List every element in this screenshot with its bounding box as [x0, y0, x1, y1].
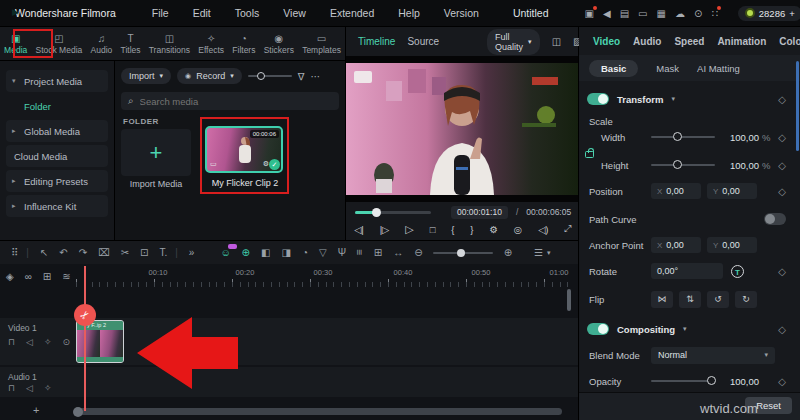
opacity-value[interactable]: 100,00 — [725, 376, 759, 387]
undo-icon[interactable]: ↶ — [59, 247, 67, 258]
more-tools-icon[interactable]: » — [189, 247, 195, 258]
height-value[interactable]: 100,00 — [725, 160, 759, 171]
search-input[interactable] — [140, 96, 310, 107]
tab-titles[interactable]: T Titles — [116, 32, 144, 55]
track-mute-icon[interactable]: ◁ — [26, 383, 33, 393]
play-button[interactable]: ▷ — [405, 223, 413, 236]
current-timecode[interactable]: 00:00:01:10 — [451, 206, 508, 219]
import-button[interactable]: Import ▾ — [121, 68, 171, 84]
audio-track[interactable]: Audio 1 ⊓ ◁ ✧ — [0, 367, 578, 397]
track-lock-icon[interactable]: ⊓ — [8, 383, 15, 393]
rotate-field[interactable]: 0,00° — [651, 263, 723, 279]
mark-out-button[interactable]: } — [470, 224, 473, 235]
menu-edit[interactable]: Edit — [181, 7, 223, 19]
compositing-keyframe-icon[interactable]: ◇ — [778, 324, 786, 335]
tab-video[interactable]: Video — [593, 36, 620, 47]
opacity-keyframe-icon[interactable]: ◇ — [778, 376, 786, 387]
tree-item-influence-kit[interactable]: ▸ Influence Kit — [6, 195, 108, 217]
support-headset-icon[interactable]: ⊙ — [694, 8, 702, 19]
voiceover-mic-icon[interactable]: Ψ — [338, 247, 346, 258]
subtab-basic[interactable]: Basic — [589, 60, 638, 77]
snapshot-icon[interactable]: ◎ — [514, 224, 522, 235]
fit-timeline-icon[interactable]: ↔ — [393, 247, 403, 258]
tab-media[interactable]: ▣ Media — [0, 32, 31, 55]
rotate-cw-button[interactable]: ↻ — [735, 291, 757, 308]
tab-stock-media[interactable]: ◰ Stock Media — [31, 32, 86, 55]
track-wand-icon[interactable]: ✧ — [44, 383, 52, 393]
path-curve-toggle[interactable] — [764, 213, 786, 225]
blend-mode-select[interactable]: Normal ▾ — [651, 347, 775, 364]
tree-item-editing-presets[interactable]: ▸ Editing Presets — [6, 170, 108, 192]
tab-audio[interactable]: ♫ Audio — [86, 32, 116, 55]
gift-icon[interactable]: ▣ — [585, 8, 594, 19]
position-keyframe-icon[interactable]: ◇ — [778, 186, 786, 197]
menu-tools[interactable]: Tools — [223, 7, 272, 19]
cutout-icon[interactable]: ◔ — [302, 247, 308, 258]
compositing-toggle[interactable] — [587, 323, 609, 335]
volume-icon[interactable]: ◁) — [538, 224, 548, 235]
thumbnail-size-slider[interactable] — [248, 75, 292, 77]
megaphone-icon[interactable]: ◀ — [603, 8, 611, 19]
cloud-upload-icon[interactable]: ☁ — [675, 8, 685, 19]
menu-extended[interactable]: Extended — [318, 7, 386, 19]
tab-templates[interactable]: ▭ Templates — [298, 32, 345, 55]
timeline-vertical-scrollbar[interactable] — [567, 289, 571, 311]
position-x-field[interactable]: X 0,00 — [651, 183, 701, 199]
tab-color[interactable]: Color — [779, 36, 800, 47]
tree-item-folder[interactable]: Folder — [6, 95, 108, 117]
next-frame-button[interactable]: |▷ — [380, 224, 390, 235]
opacity-slider[interactable] — [651, 380, 715, 382]
width-value[interactable]: 100,00 — [725, 132, 759, 143]
media-clip-thumbnail[interactable]: 00:00:06 ▭ ⚙ ✓ — [205, 126, 283, 173]
subtab-ai-matting[interactable]: AI Matting — [697, 63, 740, 74]
track-wand-icon[interactable]: ✧ — [44, 337, 52, 347]
text-tool-icon[interactable]: T. — [159, 247, 167, 258]
zoom-in-icon[interactable]: ⊕ — [504, 247, 512, 258]
chevron-down-icon[interactable]: ▾ — [671, 95, 675, 103]
seek-bar[interactable] — [355, 211, 431, 214]
transform-toggle[interactable] — [587, 93, 609, 105]
previous-frame-button[interactable]: ◁| — [354, 224, 364, 235]
tree-item-project-media[interactable]: ▾ Project Media — [6, 70, 108, 92]
menu-view[interactable]: View — [271, 7, 318, 19]
redo-icon[interactable]: ↷ — [79, 247, 87, 258]
tab-transitions[interactable]: ◫ Transitions — [145, 32, 195, 55]
tab-animation[interactable]: Animation — [717, 36, 766, 47]
rotate-ccw-button[interactable]: ↺ — [707, 291, 729, 308]
properties-scrollbar[interactable] — [796, 61, 799, 151]
subtab-mask[interactable]: Mask — [656, 63, 679, 74]
crop-icon[interactable]: ⊡ — [140, 247, 148, 258]
width-keyframe-icon[interactable]: ◇ — [778, 132, 786, 143]
timeline-zoom-slider[interactable] — [433, 252, 493, 254]
transform-keyframe-icon[interactable]: ◇ — [778, 94, 786, 105]
audio-mixer-icon[interactable]: ≡ — [354, 250, 365, 256]
menu-help[interactable]: Help — [386, 7, 432, 19]
menu-file[interactable]: File — [140, 7, 181, 19]
tab-timeline-preview[interactable]: Timeline — [358, 36, 395, 47]
add-track-button[interactable]: + — [33, 404, 39, 416]
apps-grid-icon[interactable]: ∷ — [711, 8, 717, 19]
position-y-field[interactable]: Y 0,00 — [707, 183, 757, 199]
delete-icon[interactable]: ⌧ — [98, 247, 110, 258]
multiview-icon[interactable]: ◫ — [552, 36, 561, 47]
anchor-y-field[interactable]: Y 0,00 — [707, 237, 757, 253]
select-tool-icon[interactable]: ↖ — [40, 247, 48, 258]
emoji-tool-icon[interactable]: ☺ — [220, 247, 230, 258]
chevron-down-icon[interactable]: ▾ — [683, 325, 687, 333]
width-slider[interactable] — [651, 136, 715, 138]
playhead[interactable] — [84, 266, 86, 411]
keyframe-settings-icon[interactable]: ◈ — [6, 271, 14, 282]
flip-vertical-button[interactable]: ⇅ — [679, 291, 701, 308]
filter-icon[interactable]: ∇ — [298, 71, 305, 82]
timeline-horizontal-scrollbar[interactable] — [76, 408, 562, 415]
playback-settings-icon[interactable]: ⚙ — [489, 224, 498, 235]
chevron-down-icon[interactable]: ▾ — [547, 249, 551, 257]
rotate-dial-icon[interactable]: T — [731, 265, 744, 278]
playhead-scissors-handle[interactable]: ✂ — [74, 304, 96, 326]
media-search[interactable]: ⌕ — [121, 92, 339, 110]
screen-record-icon[interactable]: ▭ — [638, 8, 647, 19]
pip-icon[interactable]: ◨ — [281, 247, 290, 258]
track-mute-icon[interactable]: ◁ — [26, 337, 33, 347]
tab-stickers[interactable]: ◉ Stickers — [260, 32, 298, 55]
more-options-icon[interactable]: ⋯ — [310, 71, 320, 82]
